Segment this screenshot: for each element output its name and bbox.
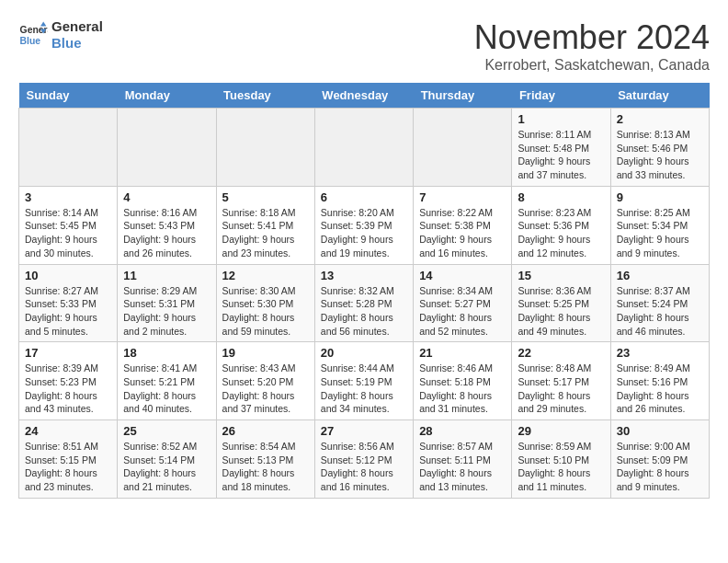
- day-info: Sunrise: 8:52 AM Sunset: 5:14 PM Dayligh…: [123, 440, 210, 494]
- column-header-tuesday: Tuesday: [216, 83, 314, 109]
- day-info: Sunrise: 8:41 AM Sunset: 5:21 PM Dayligh…: [123, 362, 210, 416]
- calendar-cell: 27Sunrise: 8:56 AM Sunset: 5:12 PM Dayli…: [314, 420, 413, 499]
- day-info: Sunrise: 8:51 AM Sunset: 5:15 PM Dayligh…: [25, 440, 111, 494]
- calendar-cell: 6Sunrise: 8:20 AM Sunset: 5:39 PM Daylig…: [314, 186, 413, 264]
- day-info: Sunrise: 8:16 AM Sunset: 5:43 PM Dayligh…: [123, 206, 210, 260]
- day-info: Sunrise: 8:29 AM Sunset: 5:31 PM Dayligh…: [123, 284, 210, 339]
- calendar-cell: 20Sunrise: 8:44 AM Sunset: 5:19 PM Dayli…: [314, 342, 413, 420]
- day-number: 19: [222, 346, 309, 360]
- calendar-cell: 13Sunrise: 8:32 AM Sunset: 5:28 PM Dayli…: [314, 264, 413, 342]
- logo-icon: General Blue: [18, 20, 48, 50]
- calendar-cell: 17Sunrise: 8:39 AM Sunset: 5:23 PM Dayli…: [19, 342, 118, 420]
- location-subtitle: Kerrobert, Saskatchewan, Canada: [474, 57, 710, 74]
- day-info: Sunrise: 8:13 AM Sunset: 5:46 PM Dayligh…: [617, 128, 703, 182]
- day-number: 10: [25, 269, 111, 282]
- day-info: Sunrise: 8:46 AM Sunset: 5:18 PM Dayligh…: [419, 362, 506, 416]
- day-info: Sunrise: 8:48 AM Sunset: 5:17 PM Dayligh…: [518, 362, 604, 416]
- calendar-header-row: SundayMondayTuesdayWednesdayThursdayFrid…: [19, 83, 710, 109]
- calendar-table: SundayMondayTuesdayWednesdayThursdayFrid…: [18, 83, 710, 499]
- day-info: Sunrise: 8:23 AM Sunset: 5:36 PM Dayligh…: [518, 206, 604, 260]
- logo: General Blue General Blue: [18, 18, 103, 52]
- day-info: Sunrise: 8:34 AM Sunset: 5:27 PM Dayligh…: [419, 284, 506, 339]
- day-number: 2: [617, 112, 703, 126]
- month-title: November 2024: [474, 18, 710, 57]
- logo-blue: Blue: [51, 35, 103, 52]
- day-number: 7: [419, 190, 506, 204]
- header: General Blue General Blue November 2024 …: [18, 18, 710, 74]
- calendar-cell: 21Sunrise: 8:46 AM Sunset: 5:18 PM Dayli…: [414, 342, 512, 420]
- day-number: 13: [321, 269, 407, 282]
- day-number: 16: [617, 269, 703, 282]
- calendar-week-row: 3Sunrise: 8:14 AM Sunset: 5:45 PM Daylig…: [19, 186, 710, 264]
- day-info: Sunrise: 8:32 AM Sunset: 5:28 PM Dayligh…: [321, 284, 407, 339]
- column-header-saturday: Saturday: [610, 83, 709, 109]
- day-info: Sunrise: 8:36 AM Sunset: 5:25 PM Dayligh…: [518, 284, 604, 339]
- day-number: 14: [419, 269, 506, 282]
- calendar-cell: 14Sunrise: 8:34 AM Sunset: 5:27 PM Dayli…: [414, 264, 512, 342]
- day-number: 22: [518, 346, 604, 360]
- column-header-thursday: Thursday: [414, 83, 512, 109]
- calendar-cell: 16Sunrise: 8:37 AM Sunset: 5:24 PM Dayli…: [610, 264, 709, 342]
- logo-general: General: [51, 18, 103, 35]
- title-area: November 2024 Kerrobert, Saskatchewan, C…: [474, 18, 710, 74]
- day-number: 26: [222, 424, 309, 438]
- day-number: 17: [25, 346, 111, 360]
- calendar-cell: 25Sunrise: 8:52 AM Sunset: 5:14 PM Dayli…: [118, 420, 216, 499]
- calendar-cell: 12Sunrise: 8:30 AM Sunset: 5:30 PM Dayli…: [216, 264, 314, 342]
- day-number: 18: [123, 346, 210, 360]
- day-info: Sunrise: 9:00 AM Sunset: 5:09 PM Dayligh…: [617, 440, 703, 494]
- calendar-cell: 26Sunrise: 8:54 AM Sunset: 5:13 PM Dayli…: [216, 420, 314, 499]
- day-info: Sunrise: 8:49 AM Sunset: 5:16 PM Dayligh…: [617, 362, 703, 416]
- day-number: 25: [123, 424, 210, 438]
- calendar-cell: 3Sunrise: 8:14 AM Sunset: 5:45 PM Daylig…: [19, 186, 118, 264]
- calendar-cell: 11Sunrise: 8:29 AM Sunset: 5:31 PM Dayli…: [118, 264, 216, 342]
- calendar-cell: 22Sunrise: 8:48 AM Sunset: 5:17 PM Dayli…: [512, 342, 610, 420]
- calendar-cell: 19Sunrise: 8:43 AM Sunset: 5:20 PM Dayli…: [216, 342, 314, 420]
- calendar-cell: 30Sunrise: 9:00 AM Sunset: 5:09 PM Dayli…: [610, 420, 709, 499]
- calendar-cell: 10Sunrise: 8:27 AM Sunset: 5:33 PM Dayli…: [19, 264, 118, 342]
- calendar-week-row: 1Sunrise: 8:11 AM Sunset: 5:48 PM Daylig…: [19, 109, 710, 187]
- day-info: Sunrise: 8:30 AM Sunset: 5:30 PM Dayligh…: [222, 284, 309, 339]
- day-number: 9: [617, 190, 703, 204]
- day-info: Sunrise: 8:18 AM Sunset: 5:41 PM Dayligh…: [222, 206, 309, 260]
- calendar-cell: 4Sunrise: 8:16 AM Sunset: 5:43 PM Daylig…: [118, 186, 216, 264]
- day-info: Sunrise: 8:44 AM Sunset: 5:19 PM Dayligh…: [321, 362, 407, 416]
- calendar-cell: 9Sunrise: 8:25 AM Sunset: 5:34 PM Daylig…: [610, 186, 709, 264]
- day-info: Sunrise: 8:20 AM Sunset: 5:39 PM Dayligh…: [321, 206, 407, 260]
- day-info: Sunrise: 8:27 AM Sunset: 5:33 PM Dayligh…: [25, 284, 111, 339]
- day-info: Sunrise: 8:14 AM Sunset: 5:45 PM Dayligh…: [25, 206, 111, 260]
- day-number: 20: [321, 346, 407, 360]
- day-number: 3: [25, 190, 111, 204]
- calendar-cell: [414, 109, 512, 187]
- day-info: Sunrise: 8:56 AM Sunset: 5:12 PM Dayligh…: [321, 440, 407, 494]
- calendar-cell: [118, 109, 216, 187]
- calendar-week-row: 10Sunrise: 8:27 AM Sunset: 5:33 PM Dayli…: [19, 264, 710, 342]
- day-number: 11: [123, 269, 210, 282]
- day-number: 28: [419, 424, 506, 438]
- day-info: Sunrise: 8:57 AM Sunset: 5:11 PM Dayligh…: [419, 440, 506, 494]
- day-number: 4: [123, 190, 210, 204]
- day-number: 1: [518, 112, 604, 126]
- day-info: Sunrise: 8:37 AM Sunset: 5:24 PM Dayligh…: [617, 284, 703, 339]
- column-header-sunday: Sunday: [19, 83, 118, 109]
- calendar-cell: 15Sunrise: 8:36 AM Sunset: 5:25 PM Dayli…: [512, 264, 610, 342]
- calendar-cell: 28Sunrise: 8:57 AM Sunset: 5:11 PM Dayli…: [414, 420, 512, 499]
- day-number: 6: [321, 190, 407, 204]
- day-number: 27: [321, 424, 407, 438]
- calendar-week-row: 24Sunrise: 8:51 AM Sunset: 5:15 PM Dayli…: [19, 420, 710, 499]
- day-number: 8: [518, 190, 604, 204]
- column-header-monday: Monday: [118, 83, 216, 109]
- calendar-cell: 7Sunrise: 8:22 AM Sunset: 5:38 PM Daylig…: [414, 186, 512, 264]
- day-info: Sunrise: 8:59 AM Sunset: 5:10 PM Dayligh…: [518, 440, 604, 494]
- calendar-cell: 24Sunrise: 8:51 AM Sunset: 5:15 PM Dayli…: [19, 420, 118, 499]
- day-number: 12: [222, 269, 309, 282]
- day-number: 23: [617, 346, 703, 360]
- calendar-cell: 2Sunrise: 8:13 AM Sunset: 5:46 PM Daylig…: [610, 109, 709, 187]
- calendar-cell: 23Sunrise: 8:49 AM Sunset: 5:16 PM Dayli…: [610, 342, 709, 420]
- column-header-friday: Friday: [512, 83, 610, 109]
- svg-text:Blue: Blue: [20, 36, 41, 46]
- day-number: 21: [419, 346, 506, 360]
- calendar-cell: [19, 109, 118, 187]
- calendar-cell: 18Sunrise: 8:41 AM Sunset: 5:21 PM Dayli…: [118, 342, 216, 420]
- calendar-cell: 29Sunrise: 8:59 AM Sunset: 5:10 PM Dayli…: [512, 420, 610, 499]
